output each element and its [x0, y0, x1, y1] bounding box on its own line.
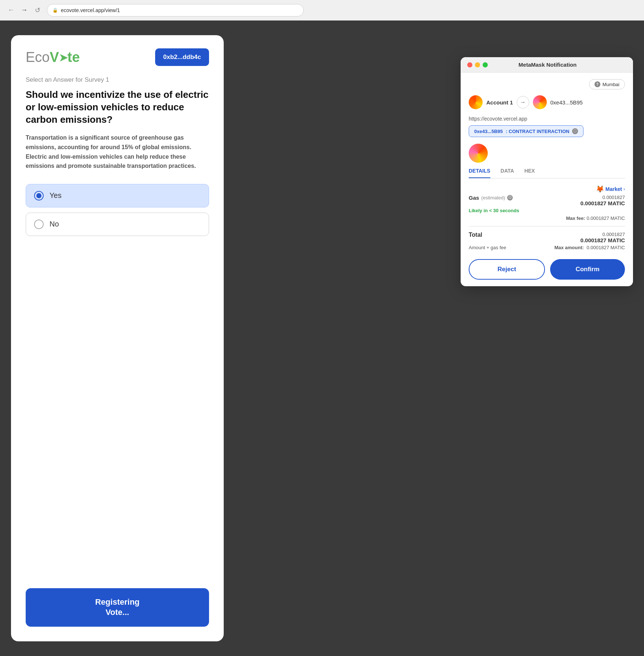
amount-gas-label: Amount + gas fee — [469, 245, 506, 250]
back-button[interactable]: ← — [6, 5, 16, 15]
gas-row: Gas (estimated) ⓘ 0.0001827 0.0001827 MA… — [469, 195, 625, 206]
token-icon — [469, 144, 488, 163]
url-text: ecovote.vercel.app/view/1 — [61, 7, 120, 13]
tab-data[interactable]: DATA — [501, 168, 514, 178]
survey-description: Transportation is a significant source o… — [26, 133, 209, 170]
tab-hex[interactable]: HEX — [524, 168, 535, 178]
maximize-dot[interactable] — [483, 62, 488, 67]
market-chevron-icon: › — [623, 187, 625, 192]
network-question-icon: ? — [594, 81, 600, 87]
wallet-button[interactable]: 0xb2...ddb4c — [155, 48, 209, 66]
register-vote-button[interactable]: Registering Vote... — [26, 588, 209, 627]
ecovote-card: Eco V➤te 0xb2...ddb4c Select an Answer f… — [11, 35, 224, 641]
radio-yes — [34, 191, 44, 200]
card-header: Eco V➤te 0xb2...ddb4c — [26, 48, 209, 66]
close-dot[interactable] — [467, 62, 472, 67]
forward-button[interactable]: → — [19, 5, 29, 15]
network-row: ? Mumbai — [469, 79, 625, 89]
contract-info-icon[interactable]: ⓘ — [572, 128, 578, 134]
confirm-button[interactable]: Confirm — [550, 259, 625, 280]
metamask-body: ? Mumbai Account 1 → 0xe43...5B95 https:… — [461, 73, 633, 286]
gas-value-small: 0.0001827 — [581, 195, 625, 200]
register-btn-line2: Vote... — [106, 608, 129, 617]
contract-interaction-label: : CONTRACT INTERACTION — [506, 129, 569, 134]
account2-avatar — [533, 95, 547, 109]
option-yes-label: Yes — [50, 191, 62, 200]
contract-row: 0xe43...5B95 : CONTRACT INTERACTION ⓘ — [469, 125, 583, 137]
address-bar[interactable]: 🔒 ecovote.vercel.app/view/1 — [47, 4, 304, 16]
content-area: Eco V➤te 0xb2...ddb4c Select an Answer f… — [0, 21, 644, 656]
reject-button[interactable]: Reject — [469, 259, 545, 280]
option-yes[interactable]: Yes — [26, 184, 209, 207]
accounts-row: Account 1 → 0xe43...5B95 — [469, 95, 625, 109]
option-no-label: No — [50, 220, 59, 228]
browser-chrome: ← → ↺ 🔒 ecovote.vercel.app/view/1 — [0, 0, 644, 21]
option-no[interactable]: No — [26, 213, 209, 236]
max-amount-label: Max amount: — [555, 245, 584, 250]
metamask-popup: MetaMask Notification ? Mumbai Account 1… — [461, 57, 633, 286]
refresh-button[interactable]: ↺ — [32, 5, 43, 15]
register-btn-line1: Registering — [95, 597, 139, 607]
answer-options: Yes No — [26, 184, 209, 236]
divider — [469, 226, 625, 226]
account1-name: Account 1 — [486, 99, 513, 106]
logo-vote: V➤te — [50, 49, 80, 65]
lock-icon: 🔒 — [52, 8, 58, 13]
total-value-main: 0.0001827 MATIC — [581, 237, 625, 243]
gas-value-main: 0.0001827 MATIC — [581, 200, 625, 206]
transfer-arrow-icon: → — [517, 96, 529, 108]
network-badge[interactable]: ? Mumbai — [589, 79, 625, 89]
gas-estimated-label: (estimated) — [481, 195, 505, 200]
browser-nav: ← → ↺ — [6, 5, 43, 15]
total-value-small: 0.0001827 — [581, 232, 625, 237]
metamask-title: MetaMask Notification — [519, 62, 577, 68]
network-name: Mumbai — [603, 82, 619, 87]
metamask-titlebar: MetaMask Notification — [461, 57, 633, 73]
site-url: https://ecovote.vercel.app — [469, 116, 625, 122]
fox-icon: 🦊 — [596, 185, 604, 193]
contract-address: 0xe43...5B95 — [474, 129, 503, 134]
amount-gas-row: Amount + gas fee Max amount: 0.0001827 M… — [469, 245, 625, 250]
minimize-dot[interactable] — [475, 62, 480, 67]
market-row: 🦊 Market › — [469, 185, 625, 193]
action-buttons: Reject Confirm — [469, 259, 625, 280]
max-amount-value: 0.0001827 MATIC — [586, 245, 625, 250]
max-fee-label: Max fee: — [566, 215, 585, 221]
detail-tabs: DETAILS DATA HEX — [469, 168, 625, 178]
radio-no — [34, 220, 44, 229]
logo-eco: Eco — [26, 49, 50, 65]
gas-info-icon[interactable]: ⓘ — [507, 195, 513, 200]
max-fee-row: Max fee: 0.0001827 MATIC — [469, 215, 625, 221]
total-row: Total 0.0001827 0.0001827 MATIC — [469, 232, 625, 243]
market-label[interactable]: Market — [605, 186, 622, 192]
likely-text: Likely in < 30 seconds — [469, 208, 625, 213]
gas-label: Gas (estimated) ⓘ — [469, 195, 513, 201]
logo: Eco V➤te — [26, 49, 80, 65]
survey-label: Select an Answer for Survey 1 — [26, 76, 209, 84]
survey-question: Should we incentivize the use of electri… — [26, 89, 209, 126]
gas-values: 0.0001827 0.0001827 MATIC — [581, 195, 625, 206]
total-label: Total — [469, 232, 482, 238]
window-controls — [467, 62, 488, 67]
radio-yes-inner — [36, 193, 41, 198]
max-fee-value: 0.0001827 MATIC — [586, 215, 625, 221]
account2-address: 0xe43...5B95 — [550, 99, 583, 106]
account1-avatar — [469, 95, 483, 109]
tab-details[interactable]: DETAILS — [469, 168, 490, 178]
total-values: 0.0001827 0.0001827 MATIC — [581, 232, 625, 243]
